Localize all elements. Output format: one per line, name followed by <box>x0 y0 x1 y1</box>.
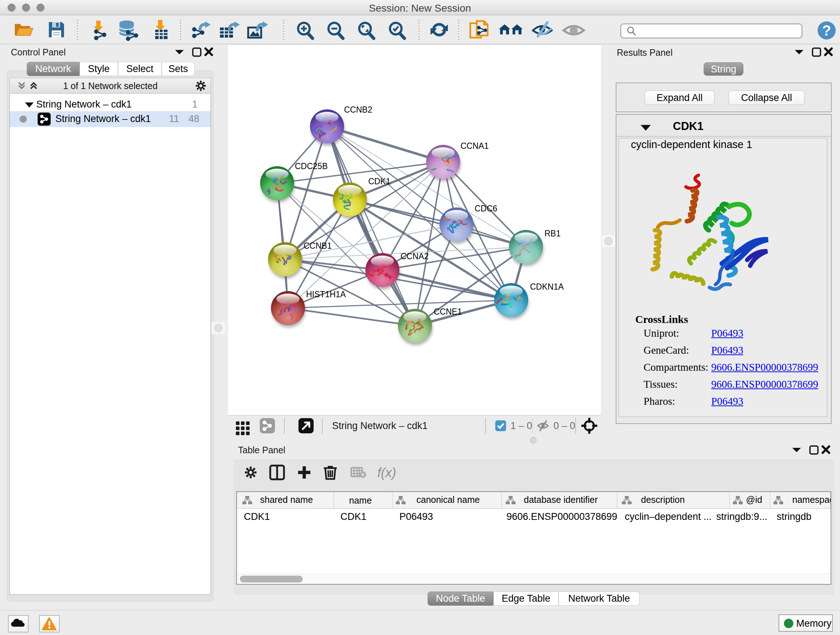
svg-text:HIST1H1A: HIST1H1A <box>306 290 346 299</box>
svg-text:CDC6: CDC6 <box>475 204 497 213</box>
svg-text:0 – 0: 0 – 0 <box>554 420 575 431</box>
svg-text:CDKN1A: CDKN1A <box>530 282 564 291</box>
svg-text:String Network – cdk1: String Network – cdk1 <box>332 420 428 431</box>
svg-text:CCNA2: CCNA2 <box>401 252 429 261</box>
svg-text:f(x): f(x) <box>377 465 396 480</box>
svg-text:CCNB2: CCNB2 <box>344 105 372 114</box>
svg-text:CDC25B: CDC25B <box>295 162 328 171</box>
svg-text:CCNB1: CCNB1 <box>303 241 332 250</box>
svg-text:CDK1: CDK1 <box>368 177 390 186</box>
svg-text:1 – 0: 1 – 0 <box>510 420 532 431</box>
svg-text:?: ? <box>822 22 831 38</box>
svg-text:RB1: RB1 <box>545 229 561 238</box>
svg-text:CCNE1: CCNE1 <box>434 307 462 317</box>
svg-text:CCNA1: CCNA1 <box>461 141 489 150</box>
svg-text:1 of 1 Network selected: 1 of 1 Network selected <box>63 81 157 91</box>
